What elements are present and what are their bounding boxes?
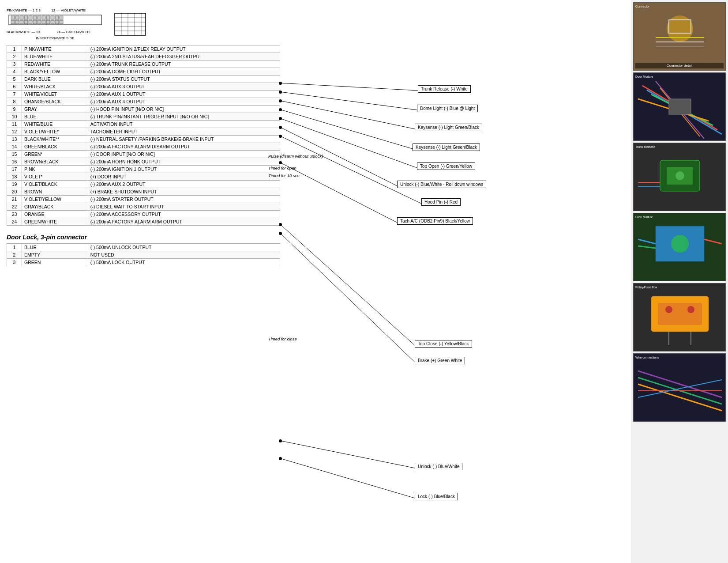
svg-rect-6 bbox=[33, 16, 37, 19]
table-row: 11 WHITE/BLUE ACTIVATION INPUT bbox=[7, 120, 280, 128]
callout-box-c10: Brake (+) Green White bbox=[415, 357, 465, 364]
callout-box-c2: Dome Light (-) Blue @ Light bbox=[417, 105, 478, 112]
table-row: 1 BLUE (-) 500mA UNLOCK OUTPUT bbox=[7, 243, 280, 251]
svg-rect-13 bbox=[11, 20, 15, 24]
svg-rect-3 bbox=[20, 16, 23, 19]
svg-text:Connector: Connector bbox=[635, 5, 650, 8]
svg-rect-19 bbox=[38, 20, 41, 24]
callout-box-c3: Keysense (-) Light Green/Black bbox=[415, 124, 482, 131]
svg-rect-22 bbox=[51, 20, 54, 24]
svg-line-38 bbox=[280, 118, 417, 168]
callout-box-c6: Unlock (-) Blue/White - Roll down window… bbox=[397, 181, 486, 188]
table-row: 2 BLUE/WHITE (-) 200mA 2ND STATUS/REAR D… bbox=[7, 53, 280, 60]
svg-text:Relay/Fuse Box: Relay/Fuse Box bbox=[635, 286, 657, 289]
table-row: 3 GREEN (-) 500mA LOCK OUTPUT bbox=[7, 258, 280, 266]
table-row: 14 GREEN/BLACK (-) 200mA FACTORY ALARM D… bbox=[7, 143, 280, 150]
svg-line-45 bbox=[280, 458, 415, 498]
svg-line-36 bbox=[280, 101, 415, 129]
main-content: PINK/WHITE — 1 2 3 12 — VIOLET/WHITE bbox=[0, 0, 631, 563]
svg-rect-8 bbox=[42, 16, 45, 19]
svg-rect-23 bbox=[55, 20, 59, 24]
timed-label-open: Timed for open bbox=[268, 166, 296, 170]
connector-diagram: PINK/WHITE — 1 2 3 12 — VIOLET/WHITE bbox=[7, 8, 624, 41]
photo-5: Relay/Fuse Box bbox=[633, 283, 726, 351]
timed-label-close: Timed for close bbox=[268, 336, 297, 341]
connection-dot bbox=[279, 457, 282, 460]
table-row: 21 VIOLET/YELLOW (-) 200mA STARTER OUTPU… bbox=[7, 195, 280, 203]
page-container: PINK/WHITE — 1 2 3 12 — VIOLET/WHITE bbox=[0, 0, 728, 563]
svg-point-71 bbox=[671, 235, 689, 253]
svg-text:Lock Module: Lock Module bbox=[635, 215, 653, 219]
timed-label-pulse: Pulse (disarm without unlock) bbox=[268, 154, 323, 159]
svg-rect-2 bbox=[15, 16, 19, 19]
photo-1: Connector detail Connector bbox=[633, 2, 726, 71]
table-row: 9 GRAY (-) HOOD PIN INPUT [N/O OR N/C] bbox=[7, 105, 280, 113]
connection-dot bbox=[279, 108, 282, 111]
connection-dot bbox=[279, 91, 282, 94]
plug-diagram-svg bbox=[113, 11, 148, 38]
right-photos-panel: Connector detail Connector bbox=[631, 0, 728, 563]
harness-table: 1 PINK/WHITE (-) 200mA IGNITION 2/FLEX R… bbox=[7, 45, 280, 226]
callout-box-c1: Trunk Release (-) White bbox=[418, 85, 471, 93]
connection-dot bbox=[279, 99, 282, 102]
svg-line-40 bbox=[280, 136, 421, 204]
svg-rect-11 bbox=[55, 16, 59, 19]
table-row: 19 VIOLET/BLACK (-) 200mA AUX 2 OUTPUT bbox=[7, 180, 280, 188]
callout-box-c7: Hood Pin (-) Red bbox=[421, 198, 461, 206]
svg-line-35 bbox=[280, 92, 417, 110]
callout-box-c8: Tach A/C (ODB2 Pin9) Black/Yellow bbox=[397, 217, 473, 225]
photo-4: Lock Module bbox=[633, 213, 726, 281]
table-row: 24 GREEN/WHITE (-) 200mA FACTORY ALARM A… bbox=[7, 218, 280, 225]
door-lock-title: Door Lock, 3-pin connector bbox=[7, 234, 624, 241]
callout-box-c5: Top Open (-) Green/Yellow bbox=[417, 162, 475, 170]
svg-rect-12 bbox=[60, 16, 63, 19]
table-row: 13 BLACK/WHITE** (-) NEUTRAL SAFETY /PAR… bbox=[7, 135, 280, 143]
table-row: 8 ORANGE/BLACK (-) 200mA AUX 4 OUTPUT bbox=[7, 98, 280, 105]
svg-rect-9 bbox=[46, 16, 50, 19]
timed-label-10sec: Timed for 10 sec bbox=[268, 173, 300, 178]
table-row: 16 BROWN/BLACK (-) 200mA HORN HONK OUTPU… bbox=[7, 158, 280, 165]
table-row: 10 BLUE (-) TRUNK PIN/INSTANT TRIGGER IN… bbox=[7, 113, 280, 120]
svg-point-80 bbox=[687, 306, 694, 313]
table-row: 23 ORANGE (-) 200mA ACCESSORY OUTPUT bbox=[7, 210, 280, 218]
svg-point-79 bbox=[665, 306, 672, 313]
callout-box-dl2: Lock (-) Blue/Black bbox=[415, 493, 458, 500]
svg-rect-10 bbox=[51, 16, 54, 19]
connection-dot bbox=[279, 135, 282, 138]
table-row: 6 WHITE/BLACK (-) 200mA AUX 3 OUTPUT bbox=[7, 83, 280, 90]
table-row: 20 BROWN (+) BRAKE SHUTDOWN INPUT bbox=[7, 188, 280, 195]
connection-dot bbox=[279, 126, 282, 129]
connector-labels: PINK/WHITE — 1 2 3 12 — VIOLET/WHITE bbox=[7, 8, 104, 41]
table-row: 15 GREEN* (-) DOOR INPUT [N/O OR N/C] bbox=[7, 150, 280, 158]
svg-text:Trunk Release: Trunk Release bbox=[635, 145, 655, 148]
svg-rect-20 bbox=[42, 20, 45, 24]
connection-dot bbox=[279, 223, 282, 226]
photo-3: Trunk Release bbox=[633, 143, 726, 211]
photo-6: Wire connections bbox=[633, 353, 726, 422]
svg-rect-24 bbox=[60, 20, 63, 24]
connection-dot bbox=[279, 117, 282, 120]
svg-line-44 bbox=[280, 441, 415, 468]
connection-dot bbox=[279, 232, 282, 235]
connection-dot bbox=[279, 82, 282, 85]
photo-2: Door Module bbox=[633, 72, 726, 141]
callout-box-c4: Keysense (-) Light Green/Black bbox=[413, 144, 480, 151]
svg-rect-5 bbox=[29, 16, 32, 19]
svg-rect-14 bbox=[15, 20, 19, 24]
svg-rect-18 bbox=[33, 20, 37, 24]
table-row: 17 PINK (-) 200mA IGNITION 1 OUTPUT bbox=[7, 165, 280, 173]
svg-rect-60 bbox=[669, 99, 691, 114]
table-row: 2 EMPTY NOT USED bbox=[7, 251, 280, 258]
svg-line-42 bbox=[280, 224, 415, 345]
svg-line-37 bbox=[280, 110, 413, 149]
svg-rect-17 bbox=[29, 20, 32, 24]
table-row: 12 VIOLET/WHITE* TACHOMETER INPUT bbox=[7, 128, 280, 135]
table-row: 18 VIOLET* (+) DOOR INPUT bbox=[7, 173, 280, 180]
table-row: 4 BLACK/YELLOW (-) 200mA DOME LIGHT OUTP… bbox=[7, 68, 280, 75]
table-row: 1 PINK/WHITE (-) 200mA IGNITION 2/FLEX R… bbox=[7, 45, 280, 53]
svg-rect-15 bbox=[20, 20, 23, 24]
svg-rect-25 bbox=[115, 13, 146, 35]
photo-1-label: Connector detail bbox=[635, 63, 724, 68]
svg-text:Wire connections: Wire connections bbox=[635, 356, 659, 359]
svg-line-34 bbox=[280, 83, 418, 91]
